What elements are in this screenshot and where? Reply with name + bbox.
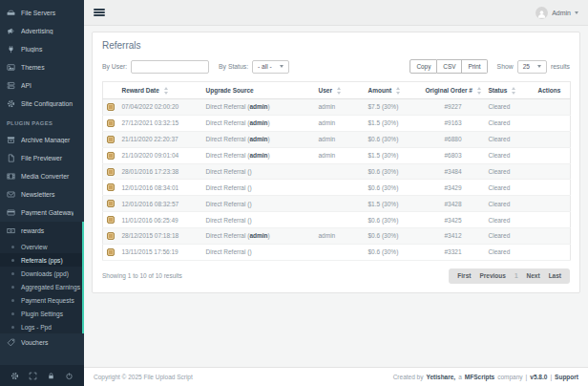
cell-status: Cleared — [485, 115, 535, 131]
server-icon — [7, 81, 16, 90]
credits-mid-text: a — [458, 374, 462, 380]
table-row[interactable]: 27/12/2021 03:32:15 Direct Referral (adm… — [103, 115, 571, 131]
sidebar-item-label: Media Converter — [21, 173, 74, 180]
referral-icon — [107, 200, 115, 207]
user-menu[interactable]: Admin — [536, 7, 578, 19]
cell-reward-date: 28/12/2015 07:18:18 — [118, 228, 202, 245]
sidebar-item-vouchers[interactable]: Vouchers — [0, 333, 84, 352]
admin-app: File Servers Advertising Plugins Themes — [0, 0, 588, 386]
col-reward-date[interactable]: Reward Date — [118, 82, 202, 99]
table-row[interactable]: 07/04/2022 02:00:20 Direct Referral (adm… — [103, 99, 571, 116]
main-area: Admin Referrals By User: By Status: - al… — [84, 0, 588, 386]
cell-order: #6880 — [422, 131, 485, 147]
col-upgrade-source[interactable]: Upgrade Source — [202, 82, 315, 99]
cell-upgrade-source: Direct Referral () — [202, 212, 315, 228]
status-select-value: - all - — [258, 63, 272, 70]
mfscripts-link[interactable]: MFScripts — [465, 374, 494, 380]
table-row[interactable]: 28/01/2016 17:23:38 Direct Referral () $… — [103, 163, 571, 180]
pagination-next[interactable]: Next — [527, 272, 540, 279]
csv-button[interactable]: CSV — [437, 59, 462, 74]
cell-actions — [535, 228, 571, 245]
sidebar-item-rewards[interactable]: rewards — [0, 222, 82, 240]
pagination-previous[interactable]: Previous — [479, 272, 505, 279]
sidebar-item-api[interactable]: API — [0, 76, 84, 95]
sidebar-item-file-previewer[interactable]: File Previewer — [0, 149, 84, 167]
sidebar-item-plugins[interactable]: Plugins — [0, 40, 84, 58]
referral-icon — [107, 168, 115, 176]
table-row[interactable]: 12/01/2016 08:34:01 Direct Referral () $… — [103, 180, 571, 196]
bullet-dot-icon — [11, 286, 14, 289]
sidebar-item-file-servers[interactable]: File Servers — [0, 4, 84, 22]
sidebar-subitem-plugin-settings[interactable]: Plugin Settings — [0, 307, 82, 320]
archive-box-icon — [7, 136, 16, 144]
table-row[interactable]: 11/01/2016 06:25:49 Direct Referral () $… — [103, 212, 571, 228]
cell-order: #9163 — [422, 115, 485, 131]
sidebar-item-payment-gateways[interactable]: Payment Gateways — [0, 204, 84, 222]
gear-icon[interactable] — [10, 372, 20, 380]
lock-icon[interactable] — [47, 372, 56, 380]
cell-upgrade-source: Direct Referral (admin) — [202, 147, 315, 163]
sidebar-subitem-logs-ppd[interactable]: Logs - Ppd — [0, 320, 82, 333]
by-user-input[interactable] — [131, 60, 209, 74]
sidebar-item-archive-manager[interactable]: Archive Manager — [0, 131, 84, 149]
cell-user — [315, 244, 365, 260]
expand-icon[interactable] — [29, 372, 38, 380]
bullet-dot-icon — [11, 246, 14, 248]
page-title: Referrals — [102, 40, 570, 51]
bullet-dot-icon — [11, 326, 14, 329]
icon-column-header — [103, 82, 118, 99]
results-label: results — [551, 63, 570, 70]
cell-status: Cleared — [485, 163, 535, 180]
sidebar-item-newsletters[interactable]: Newsletters — [0, 185, 84, 204]
sidebar-item-label: File Previewer — [21, 155, 74, 161]
yetishare-link[interactable]: Yetishare, — [426, 374, 455, 380]
cell-reward-date: 12/01/2016 08:32:57 — [118, 196, 202, 212]
separator: | — [550, 374, 552, 380]
envelope-icon — [7, 190, 16, 199]
sidebar-item-advertising[interactable]: Advertising — [0, 22, 84, 40]
col-amount[interactable]: Amount — [365, 82, 422, 99]
col-original-order[interactable]: Original Order # — [422, 82, 485, 99]
show-results-group: Show 25 results — [497, 60, 570, 74]
power-icon[interactable] — [65, 372, 74, 380]
sidebar-item-media-converter[interactable]: Media Converter — [0, 167, 84, 185]
subitem-label: Plugin Settings — [21, 311, 63, 317]
credit-card-icon — [7, 208, 16, 217]
table-row[interactable]: 13/11/2015 17:56:19 Direct Referral () $… — [103, 244, 571, 260]
cell-actions — [535, 115, 571, 131]
sidebar-item-site-configuration[interactable]: Site Configuration — [0, 95, 84, 113]
show-count-select[interactable]: 25 — [517, 60, 547, 74]
pagination-last[interactable]: Last — [549, 272, 561, 279]
cell-reward-date: 21/10/2020 09:01:04 — [118, 147, 202, 163]
col-status[interactable]: Status — [485, 82, 535, 99]
col-user[interactable]: User — [315, 82, 365, 99]
pagination-first[interactable]: First — [457, 272, 471, 279]
sidebar-subitem-payment-requests[interactable]: Payment Requests — [0, 293, 82, 307]
print-button[interactable]: Print — [462, 59, 487, 74]
col-actions: Actions — [535, 82, 571, 99]
sidebar-item-themes[interactable]: Themes — [0, 58, 84, 76]
table-row[interactable]: 28/12/2015 07:18:18 Direct Referral (adm… — [103, 228, 571, 245]
table-row[interactable]: 21/11/2020 22:20:37 Direct Referral (adm… — [103, 131, 571, 147]
footer: Copyright © 2025 File Upload Script Crea… — [84, 367, 588, 386]
footer-credits: Created by Yetishare, a MFScripts compan… — [393, 374, 578, 380]
subitem-label: Downloads (ppd) — [21, 270, 69, 277]
cell-upgrade-source: Direct Referral () — [202, 180, 315, 196]
sidebar-subitem-overview[interactable]: Overview — [0, 240, 82, 253]
copy-button[interactable]: Copy — [410, 59, 437, 74]
avatar — [536, 7, 548, 19]
cell-user — [315, 212, 365, 228]
sidebar-subitem-downloads-ppd[interactable]: Downloads (ppd) — [0, 267, 82, 280]
support-link[interactable]: Support — [555, 374, 578, 380]
table-row[interactable]: 21/10/2020 09:01:04 Direct Referral (adm… — [103, 147, 571, 163]
hamburger-menu-icon[interactable] — [94, 9, 105, 17]
table-row[interactable]: 12/01/2016 08:32:57 Direct Referral () $… — [103, 196, 571, 212]
company-text: company — [497, 374, 522, 380]
gear-icon — [7, 99, 16, 108]
status-select[interactable]: - all - — [252, 60, 289, 74]
sidebar-subitem-aggregated-earnings[interactable]: Aggregated Earnings — [0, 280, 82, 293]
sidebar-subitem-referrals-pps[interactable]: Referrals (pps) — [0, 253, 82, 267]
cell-reward-date: 12/01/2016 08:34:01 — [118, 180, 202, 196]
cell-actions — [535, 212, 571, 228]
cell-upgrade-source: Direct Referral () — [202, 196, 315, 212]
